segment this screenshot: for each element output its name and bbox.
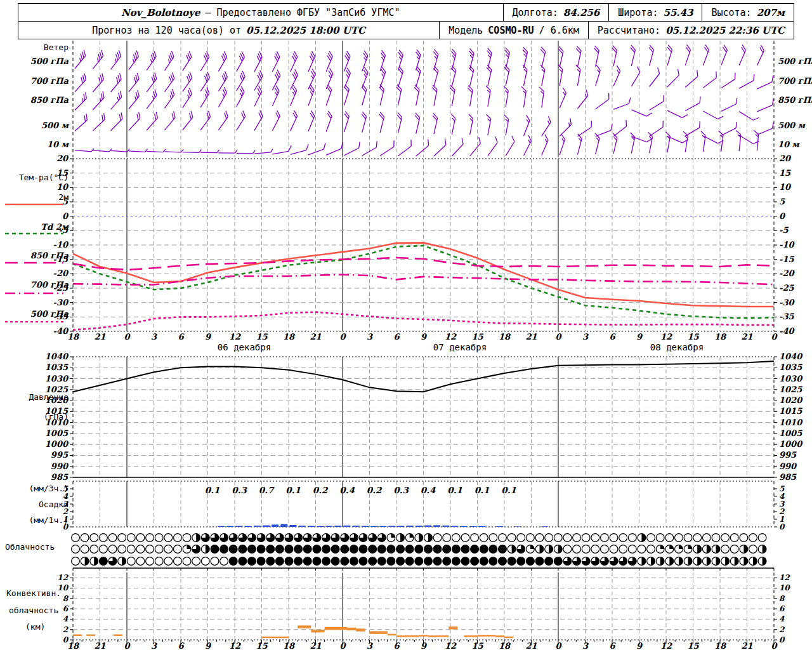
cloud-symbol (415, 545, 423, 554)
forecast-label: Прогноз на 120 часа(ов) от (92, 25, 241, 36)
bottom-xtick: 15 (687, 641, 699, 650)
cloud-symbol-fill (187, 545, 191, 549)
longitude-value: 84.256 (563, 7, 599, 18)
cloud-symbol (461, 534, 469, 542)
wind-row-500м (75, 110, 773, 143)
cloud-symbol (758, 534, 766, 542)
cloud-symbol (341, 545, 349, 554)
cloud-symbol (665, 534, 674, 542)
temp-xtick: 15 (256, 332, 268, 342)
cloud-symbol (730, 534, 738, 542)
temp-xtick: 0 (339, 332, 346, 342)
conv-ytick-left: 2 (63, 625, 69, 634)
cloud-symbol (239, 557, 247, 566)
cloud-symbol-fill (716, 557, 719, 566)
cloud-symbol (331, 557, 339, 566)
conv-ytick-right: 6 (779, 604, 785, 613)
cloud-symbol (601, 545, 609, 554)
cloud-symbol (99, 557, 107, 566)
temp-xtick: 9 (421, 332, 428, 342)
cloud-symbol-fill (688, 557, 692, 566)
cloud-symbol-fill (753, 557, 757, 566)
temp-ytick-left: 20 (56, 154, 69, 163)
pressure-ytick-right: 1025 (779, 385, 802, 394)
temp-ytick-right: -40 (779, 326, 795, 336)
station-cell: Nov_Bolotnoye – Предоставлено ФГБУ "ЗапС… (18, 4, 503, 21)
cloud-symbol (350, 545, 358, 554)
pressure-ytick-right: 995 (779, 450, 797, 460)
bottom-xtick: 6 (393, 641, 400, 650)
temp-ytick-left: -10 (53, 240, 69, 249)
cloud-symbol (285, 557, 293, 566)
cloud-symbol (350, 557, 358, 566)
bottom-xtick: 18 (283, 641, 296, 650)
bottom-xtick: 6 (609, 641, 616, 650)
bottom-xtick: 18 (67, 641, 80, 650)
cloud-symbol (387, 545, 395, 554)
cloud-symbol (443, 557, 451, 566)
bottom-xtick: 6 (178, 641, 185, 650)
precip-bar (236, 526, 243, 527)
bottom-xtick: 21 (525, 641, 537, 650)
wind-level-500m-label: 500 м (0, 121, 69, 131)
bottom-xtick: 12 (660, 641, 672, 650)
cloud-symbol-fill (400, 534, 404, 542)
cloud-symbol (211, 557, 219, 566)
temp-xtick: 21 (741, 332, 752, 342)
temp-xtick: 0 (124, 332, 131, 342)
cloud-symbol (499, 557, 507, 566)
cloud-symbol (322, 545, 331, 554)
precip-bar (290, 525, 297, 527)
pressure-ytick-left: 985 (51, 472, 69, 482)
cloud-symbol (146, 534, 154, 542)
cloud-symbol (684, 534, 692, 542)
cloud-symbol (81, 534, 89, 542)
meteogram-chart: 2020151510105500-5-5-10-10-15-15-20-20-2… (0, 0, 812, 650)
cloud-symbol (229, 545, 237, 554)
cloud-symbol-fill (707, 557, 710, 566)
cloud-symbol-fill (763, 545, 766, 554)
cloud-symbol-fill (641, 557, 645, 566)
temp-xtick: 12 (445, 332, 457, 342)
cloud-symbol (359, 557, 367, 566)
temp-xtick: 18 (283, 332, 296, 342)
cloud-symbol (647, 534, 655, 542)
bottom-xtick: 15 (471, 641, 483, 650)
cloud-symbol (573, 534, 581, 542)
cloud-symbol (341, 557, 349, 566)
cloud-symbol-fill (196, 534, 200, 542)
cloud-symbol (730, 545, 738, 554)
cloud-symbol (489, 545, 497, 554)
bottom-xtick: 12 (229, 641, 241, 650)
cloud-symbol (257, 545, 265, 554)
cloud-symbol (749, 534, 757, 542)
cloud-symbol-fill (688, 545, 692, 549)
cloud-symbol (526, 557, 534, 566)
forecast-time: 05.12.2025 18:00 UTC (246, 25, 365, 36)
cloud-symbol (155, 534, 163, 542)
pressure-ytick-left: 1005 (45, 428, 69, 438)
cloud-symbol (359, 545, 367, 554)
precip-bar (245, 526, 252, 527)
altitude-cell: Высота: 207м (702, 4, 794, 21)
wind-row-700гПа (75, 65, 773, 92)
pressure-ytick-right: 1035 (779, 362, 802, 372)
cloud-symbol (480, 534, 488, 542)
cloud-symbol (174, 557, 182, 566)
cloud-symbol-fill (725, 557, 729, 566)
precip-bar (308, 526, 315, 527)
cloud-symbol (489, 534, 497, 542)
cloud-symbol (433, 557, 442, 566)
cloud-symbol (647, 545, 655, 554)
temp-ytick-right: -30 (779, 298, 795, 307)
cloud-symbol-fill (641, 534, 645, 542)
cloud-symbol-fill (679, 545, 683, 549)
wind-level-700hpa-label-right: 700 гПа (778, 76, 812, 86)
cloud-symbol-fill (206, 545, 209, 554)
bottom-xtick: 9 (205, 641, 212, 650)
cloud-symbol (499, 545, 507, 554)
altitude-value: 207м (757, 7, 785, 18)
cloud-symbol (72, 545, 80, 554)
cloud-symbol-fill (428, 534, 432, 542)
cloud-symbol-fill (391, 534, 395, 538)
